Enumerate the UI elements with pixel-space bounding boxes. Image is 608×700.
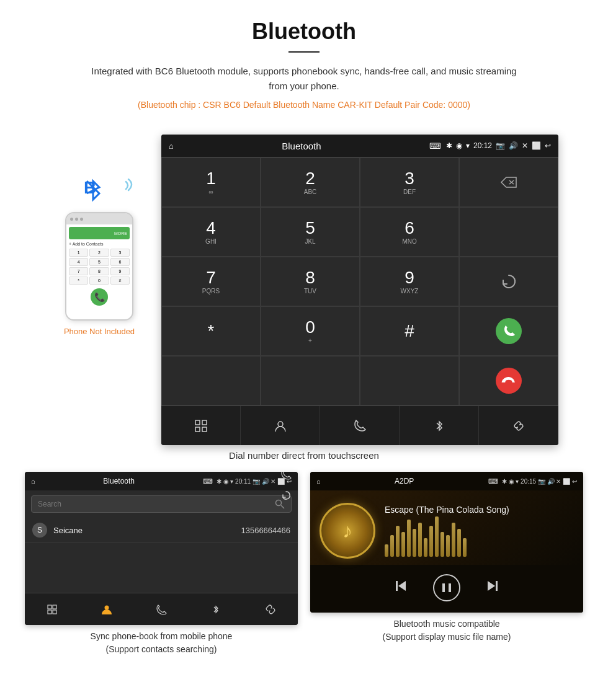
svg-rect-11 [48,610,51,614]
dial-key-1[interactable]: 1 ∞ [161,157,261,207]
pb-usb-icon: ⌨ [203,477,213,485]
svg-rect-16 [442,583,445,592]
dial-key-5[interactable]: 5 JKL [261,207,360,257]
vis-bar-1 [385,544,388,557]
refresh-icon [500,273,517,290]
svg-line-8 [281,505,284,508]
pb-title: Bluetooth [39,477,199,485]
phone-key-4: 4 [69,258,88,266]
vis-bar-12 [446,535,450,557]
dial-key-3[interactable]: 3 DEF [360,157,459,207]
pb-home-icon: ⌂ [31,477,35,485]
dial-tool-link[interactable] [479,406,558,445]
dial-key-3-num: 3 [405,170,414,187]
dial-window-icon: ⬜ [532,141,541,150]
dial-tool-grid[interactable] [161,406,241,445]
dial-key-2[interactable]: 2 ABC [261,157,360,207]
dial-close-icon: ✕ [522,141,528,150]
page-description: Integrated with BC6 Bluetooth module, su… [87,64,521,94]
vis-bar-8 [424,538,427,557]
dial-key-star[interactable]: * [161,306,261,356]
phone-key-star: * [69,277,88,285]
dial-key-6[interactable]: 6 MNO [360,207,459,257]
dial-key-6-num: 6 [405,219,414,237]
svg-rect-10 [53,605,56,609]
vis-bar-6 [413,529,416,557]
dial-key-7-sub: PQRS [202,288,220,295]
dial-key-empty-4 [360,356,459,405]
music-prev-btn[interactable] [393,578,408,597]
pb-contact-name: Seicane [53,526,241,535]
dial-toolbar [161,405,558,445]
dial-key-hash[interactable]: # [360,306,459,356]
dial-key-7-num: 7 [206,269,216,286]
music-album-art: ♪ [320,503,375,559]
pb-tool-grid[interactable] [25,593,79,625]
pb-status-bar: ⌂ Bluetooth ⌨ ✱ ◉ ▾ 20:11 📷 🔊 ✕ ⬜ ↩ [25,472,298,490]
dial-call-red-btn[interactable] [459,356,558,405]
dial-key-8-sub: TUV [304,288,316,295]
dial-key-4[interactable]: 4 GHI [161,207,261,257]
dial-key-4-num: 4 [206,219,216,237]
phone-screen-label: MORE [114,231,127,236]
pb-tool-contacts[interactable] [79,593,134,625]
pb-caption: Sync phone-book from mobile phone (Suppo… [25,630,298,656]
phone-key-7: 7 [69,267,88,275]
pb-tool-bt[interactable] [189,593,243,625]
pb-tool-call[interactable] [134,593,189,625]
vis-bar-7 [418,523,422,557]
music-caption-line2: (Support display music file name) [383,632,511,642]
dial-bt-icon: ✱ [446,141,452,150]
pb-contact-avatar: S [32,523,47,538]
page-header: Bluetooth Integrated with BC6 Bluetooth … [0,0,608,128]
pb-call-icon2 [156,604,167,615]
pb-caption-line1: Sync phone-book from mobile phone [91,631,233,641]
call-red-icon [499,371,518,390]
phone-key-8: 8 [89,267,109,275]
pb-contacts-icon [101,603,113,616]
pb-refresh-icon[interactable] [280,490,292,503]
dial-key-8[interactable]: 8 TUV [261,257,360,306]
music-title: A2DP [324,477,485,485]
pb-search-placeholder: Search [38,500,275,508]
pb-toolbar [25,593,298,625]
dial-bluetooth-title: Bluetooth [179,141,424,151]
wifi-waves-icon [109,177,133,202]
dial-backspace-btn[interactable] [459,157,558,207]
pb-search-area: Search [25,490,298,518]
phone-mockup: MORE + Add to Contacts 1 2 3 4 5 6 7 8 9… [65,212,133,321]
play-pause-icon [440,582,453,594]
dial-key-6-sub: MNO [402,238,416,245]
music-caption-line1: Bluetooth music compatible [393,619,499,629]
dial-refresh-btn[interactable] [459,257,558,306]
phone-add-contacts: + Add to Contacts [69,242,130,246]
phone-key-9: 9 [110,267,130,275]
music-content: ♪ Escape (The Pina Colada Song) [310,490,583,565]
pb-search-input-visual[interactable]: Search [31,495,292,513]
dial-call-green-btn[interactable] [459,306,558,356]
music-next-btn[interactable] [485,578,500,597]
dial-key-1-sub: ∞ [208,188,213,195]
dial-key-9[interactable]: 9 WXYZ [360,257,459,306]
dial-key-star-num: * [208,322,215,340]
dial-back-icon: ↩ [545,141,551,150]
svg-rect-15 [396,581,398,591]
dial-key-9-sub: WXYZ [401,288,419,295]
spec-line: (Bluetooth chip : CSR BC6 Default Blueto… [12,100,596,110]
vis-bar-11 [440,532,444,557]
pb-contact-row[interactable]: S Seicane 13566664466 [25,518,298,543]
dial-key-7[interactable]: 7 PQRS [161,257,261,306]
dial-screen: ⌂ Bluetooth ⌨ ✱ ◉ ▾ 20:12 📷 🔊 ✕ ⬜ ↩ 1 ∞ [161,135,558,445]
pb-call-icon[interactable] [280,472,292,482]
music-play-btn[interactable] [433,574,460,601]
dial-key-1-num: 1 [206,170,216,187]
svg-rect-12 [53,610,56,614]
dial-tool-bluetooth[interactable] [400,406,479,445]
dial-key-0[interactable]: 0 + [261,306,360,356]
svg-marker-14 [398,581,406,591]
dial-tool-contacts[interactable] [241,406,320,445]
dial-tool-call[interactable] [320,406,400,445]
dial-location-icon: ◉ [456,141,462,150]
contacts-icon [274,419,287,433]
pb-tool-link[interactable] [243,593,298,625]
